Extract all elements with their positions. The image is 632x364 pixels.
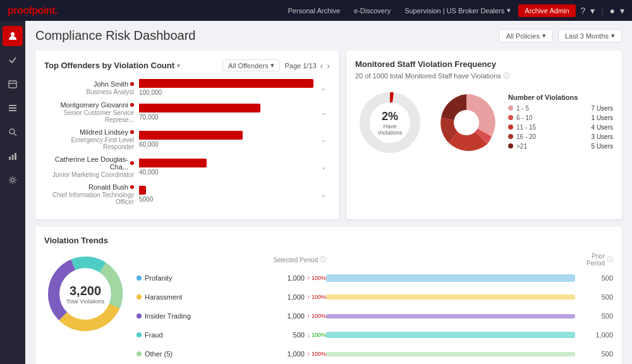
cat-dot-4 [137,351,142,356]
top-offenders-card: Top Offenders by Violation Count ▾ All O… [35,51,339,219]
violation-dot-4 [130,185,134,189]
violation-dot-3 [130,161,134,165]
cat-prior-0: 500 [575,274,613,282]
next-page-btn[interactable]: › [327,61,330,71]
help-icon[interactable]: ? [581,6,586,16]
top-row: Top Offenders by Violation Count ▾ All O… [35,51,622,219]
cat-name-2: Insider Trading [145,312,191,320]
svg-rect-7 [9,110,16,111]
legend-range-0: 1 - 5 [516,105,588,112]
sidebar-item-check[interactable] [3,50,23,70]
cat-prior-2: 500 [575,312,613,320]
bar-row-1: Montgomery Giovanni Senior Customer Serv… [44,101,330,123]
cat-change-1: ↑ 100% [307,294,326,300]
cat-sparkline-3 [326,329,575,341]
expand-btn-3[interactable]: ⌄ [317,162,330,171]
sidebar-item-chart[interactable] [3,146,23,166]
legend-users-0: 7 Users [592,105,613,112]
title-dropdown-icon[interactable]: ▾ [177,63,180,69]
offender-role-4: Chief Information Technology Officer [44,191,134,205]
user-dropdown-icon[interactable]: ▾ [620,6,624,16]
svg-rect-12 [15,153,16,160]
legend-item-4: >21 5 Users [508,143,613,150]
prev-page-btn[interactable]: ‹ [320,61,324,71]
cat-selected-3: 500 [293,331,305,339]
logo: proofpoint. [8,5,58,16]
expand-btn-1[interactable]: ⌄ [317,108,330,117]
cat-sparkline-1 [326,291,575,303]
cat-dot-1 [137,294,142,300]
legend-title: Number of Violations [508,94,613,101]
have-violations-label: Have Violations [373,123,408,136]
offender-name-4: Ronald Bush [88,183,128,191]
bar-fill-0 [139,79,313,88]
legend-dot-2 [508,124,513,130]
period-filter[interactable]: Last 3 Months ▾ [558,29,622,42]
cat-change-4: ↑ 100% [307,351,326,357]
sidebar-item-calendar[interactable] [3,74,23,94]
svg-point-8 [9,129,15,134]
freq-info-icon[interactable]: ⓘ [504,71,510,80]
legend-dot-1 [508,115,513,120]
offender-role-2: Emergency First Level Responder [44,136,134,150]
sidebar-item-list[interactable] [3,98,23,118]
legend-item-1: 6 - 10 1 Users [508,114,613,121]
trends-row-0: Profanity 1,000 ↑ 100% 500 [137,270,613,286]
cat-prior-1: 500 [575,293,613,301]
expand-btn-2[interactable]: ⌄ [317,135,330,144]
nav-personal-archive[interactable]: Personal Archive [282,4,347,17]
offender-role-1: Senior Customer Service Represe... [44,109,134,123]
cat-sparkline-4 [326,348,575,360]
cat-sparkline-0 [326,272,575,284]
trends-title: Violation Trends [44,236,613,245]
nav-ediscovery[interactable]: e-Discovery [348,4,397,17]
legend-item-0: 1 - 5 7 Users [508,105,613,112]
trends-row-2: Insider Trading 1,000 ↑ 100% 500 [137,308,613,324]
sidebar-item-profile[interactable] [3,26,23,46]
cat-selected-4: 1,000 [287,350,305,358]
bar-fill-3 [139,159,207,167]
bar-row-4: Ronald Bush Chief Information Technology… [44,183,330,205]
cat-name-1: Harassment [145,293,182,301]
nav-archive-admin[interactable]: Archive Admin [518,4,575,17]
svg-rect-26 [326,332,575,338]
supervision-dropdown-icon: ▾ [507,6,511,15]
cat-selected-2: 1,000 [287,312,305,320]
sidebar-item-search[interactable] [3,122,23,142]
expand-btn-4[interactable]: ⌄ [317,190,330,199]
bar-value-4: 5000 [139,196,317,203]
svg-rect-27 [326,352,575,356]
svg-rect-23 [326,274,575,282]
nav-supervision[interactable]: Supervision | US Broker Dealers ▾ [398,4,517,17]
violation-freq-title: Monitored Staff Violation Frequency [355,59,613,69]
bar-fill-1 [139,104,260,112]
expand-btn-0[interactable]: ⌄ [317,83,330,92]
cat-name-3: Fraud [145,331,163,339]
legend-users-4: 5 Users [592,143,613,150]
cat-dot-0 [137,276,142,281]
svg-point-0 [11,32,15,36]
offenders-filter-dropdown: ▾ [270,61,274,70]
logo-text: proofpoint. [8,5,58,16]
user-icon[interactable]: ● [610,6,615,16]
prior-period-info[interactable]: ⓘ [607,255,613,264]
offenders-filter-btn[interactable]: All Offenders ▾ [222,59,279,71]
trends-content: 3,200 Total Violations Selected Period ⓘ [44,253,613,364]
help-dropdown-icon[interactable]: ▾ [590,6,595,16]
sidebar [0,21,25,364]
bar-row-0: John Smith Business Analyst 100,000 ⌄ [44,79,330,96]
trends-donut: 3,200 Total Violations [44,253,126,335]
cat-sparkline-2 [326,310,575,322]
bar-value-0: 100,000 [139,89,317,96]
legend-range-1: 6 - 10 [516,114,588,121]
bar-fill-4 [139,186,146,195]
top-offenders-header: Top Offenders by Violation Count ▾ All O… [44,59,330,71]
svg-rect-1 [9,81,16,88]
period-dropdown-icon: ▾ [611,32,615,40]
policy-filter[interactable]: All Policies ▾ [499,29,553,42]
svg-rect-6 [9,107,16,109]
selected-period-info[interactable]: ⓘ [320,255,326,264]
bar-value-2: 60,000 [139,141,317,148]
sidebar-item-settings[interactable] [3,170,23,190]
page-header: Compliance Risk Dashboard All Policies ▾… [35,28,622,43]
